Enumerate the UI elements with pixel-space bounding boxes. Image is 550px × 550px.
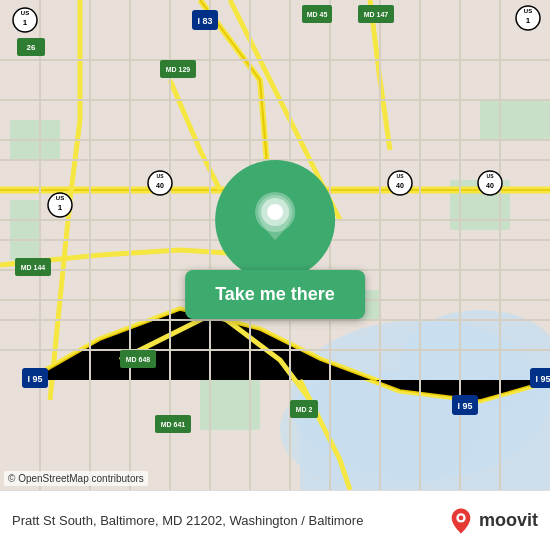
svg-text:MD 45: MD 45 xyxy=(307,11,328,18)
address-section: Pratt St South, Baltimore, MD 21202, Was… xyxy=(12,513,447,528)
svg-text:US: US xyxy=(524,8,532,14)
svg-text:MD 129: MD 129 xyxy=(166,66,191,73)
svg-rect-7 xyxy=(10,200,40,260)
moovit-brand-text: moovit xyxy=(479,510,538,531)
svg-text:US: US xyxy=(397,173,405,179)
take-me-there-button[interactable]: Take me there xyxy=(185,270,365,319)
svg-text:40: 40 xyxy=(486,182,494,189)
moovit-logo: moovit xyxy=(447,507,538,535)
svg-text:I 83: I 83 xyxy=(197,16,212,26)
svg-text:MD 2: MD 2 xyxy=(296,406,313,413)
svg-rect-8 xyxy=(480,100,550,140)
address-text: Pratt St South, Baltimore, MD 21202, Was… xyxy=(12,513,447,528)
svg-text:US: US xyxy=(21,10,29,16)
svg-text:US: US xyxy=(157,173,165,179)
svg-text:1: 1 xyxy=(526,16,531,25)
svg-text:MD 144: MD 144 xyxy=(21,264,46,271)
svg-text:MD 648: MD 648 xyxy=(126,356,151,363)
svg-text:1: 1 xyxy=(23,18,28,27)
bottom-bar: Pratt St South, Baltimore, MD 21202, Was… xyxy=(0,490,550,550)
svg-text:1: 1 xyxy=(58,203,63,212)
svg-text:MD 147: MD 147 xyxy=(364,11,389,18)
svg-text:US: US xyxy=(56,195,64,201)
svg-point-82 xyxy=(459,515,464,520)
location-pin-icon xyxy=(250,190,300,250)
button-overlay: Take me there xyxy=(185,160,365,319)
svg-text:40: 40 xyxy=(156,182,164,189)
svg-text:I 95: I 95 xyxy=(27,374,42,384)
moovit-pin-icon xyxy=(447,507,475,535)
map-container: I 83 US 1 US 1 US 40 US 40 US 40 26 MD 4… xyxy=(0,0,550,490)
svg-text:40: 40 xyxy=(396,182,404,189)
location-pin-background xyxy=(215,160,335,280)
svg-text:26: 26 xyxy=(27,43,36,52)
svg-text:I 95: I 95 xyxy=(457,401,472,411)
map-attribution: © OpenStreetMap contributors xyxy=(4,471,148,486)
svg-text:MD 641: MD 641 xyxy=(161,421,186,428)
svg-text:I 95: I 95 xyxy=(535,374,550,384)
svg-text:US: US xyxy=(487,173,495,179)
attribution-text: © OpenStreetMap contributors xyxy=(8,473,144,484)
